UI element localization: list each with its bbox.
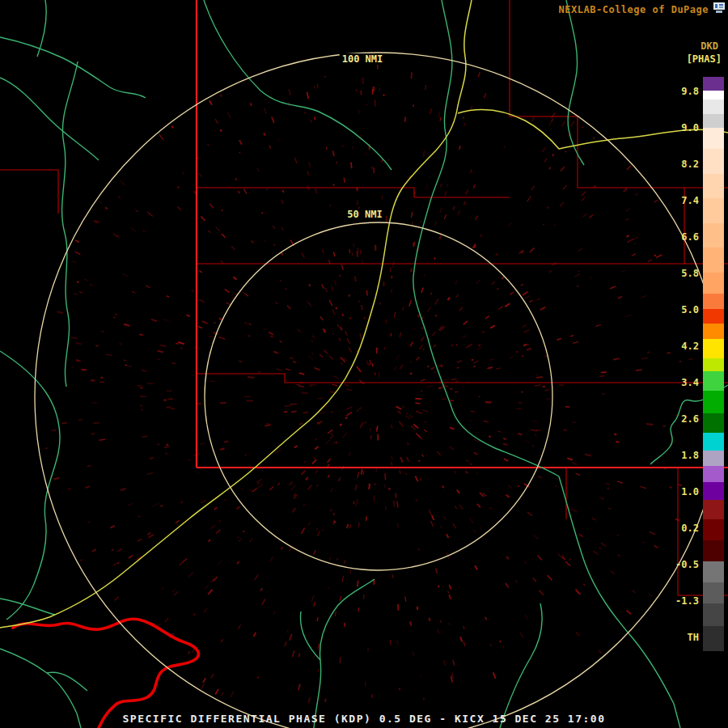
color-scale-segment: [703, 482, 724, 500]
color-scale-tick: -0.5: [662, 558, 699, 571]
radar-display: NEXLAB-College of DuPage DKD [PHAS] 9.89…: [0, 0, 728, 728]
color-scale-segment: [703, 358, 724, 370]
radar-map: [0, 0, 728, 728]
cod-logo-icon: [713, 2, 725, 15]
range-ring-label-100: 100 NMI: [340, 53, 386, 65]
color-scale-tick: 0.2: [662, 522, 699, 535]
color-scale-threshold-label: TH: [662, 631, 699, 644]
color-scale-segment: [703, 339, 724, 358]
color-scale-segment: [703, 99, 724, 113]
color-scale-segment: [703, 371, 724, 391]
color-scale-tick: 5.0: [662, 303, 699, 316]
color-scale-segment: [703, 91, 724, 99]
color-scale-segment: [703, 391, 724, 413]
color-scale-tick: 9.0: [662, 121, 699, 134]
rivers: [0, 0, 728, 728]
color-scale-tick: 2.6: [662, 413, 699, 425]
product-caption: SPECIFIC DIFFERENTIAL PHASE (KDP) 0.5 DE…: [0, 713, 728, 725]
range-ring-label-50: 50 NMI: [345, 209, 384, 220]
site-title: NEXLAB-College of DuPage: [559, 4, 709, 15]
color-scale-segment: [703, 77, 724, 91]
color-scale-segment: [703, 561, 724, 582]
color-scale-tick: 1.8: [662, 449, 699, 462]
color-scale-segment: [703, 294, 724, 310]
color-scale-segment: [703, 223, 724, 248]
color-scale-tick: 8.2: [662, 158, 699, 171]
color-scale-segment: [703, 413, 724, 433]
color-scale-segment: [703, 149, 724, 173]
color-scale-tick: 7.4: [662, 194, 699, 207]
color-scale-tick: 6.6: [662, 231, 699, 243]
color-scale-segment: [703, 582, 724, 603]
color-scale-tick: 4.2: [662, 340, 699, 353]
color-scale-segment: [703, 198, 724, 222]
units-label: [PHAS]: [687, 53, 722, 65]
color-scale-segment: [703, 626, 724, 650]
product-id: DKD: [700, 40, 718, 52]
color-scale: [703, 77, 724, 651]
color-scale-tick: -1.3: [662, 595, 699, 607]
color-scale-segment: [703, 174, 724, 198]
color-scale-segment: [703, 603, 724, 626]
color-scale-segment: [703, 114, 724, 128]
color-scale-segment: [703, 273, 724, 294]
color-scale-segment: [703, 324, 724, 340]
color-scale-segment: [703, 433, 724, 451]
color-scale-segment: [703, 309, 724, 323]
color-scale-segment: [703, 540, 724, 561]
color-scale-segment: [703, 519, 724, 540]
color-scale-segment: [703, 128, 724, 149]
color-scale-segment: [703, 500, 724, 519]
highways: [0, 0, 728, 628]
color-scale-segment: [703, 248, 724, 272]
color-scale-tick: 9.8: [662, 85, 699, 98]
color-scale-tick: 1.0: [662, 485, 699, 498]
range-ring: [205, 222, 552, 570]
color-scale-segment: [703, 451, 724, 467]
color-scale-tick: 3.4: [662, 376, 699, 389]
color-scale-tick: 5.8: [662, 267, 699, 280]
color-scale-segment: [703, 466, 724, 482]
